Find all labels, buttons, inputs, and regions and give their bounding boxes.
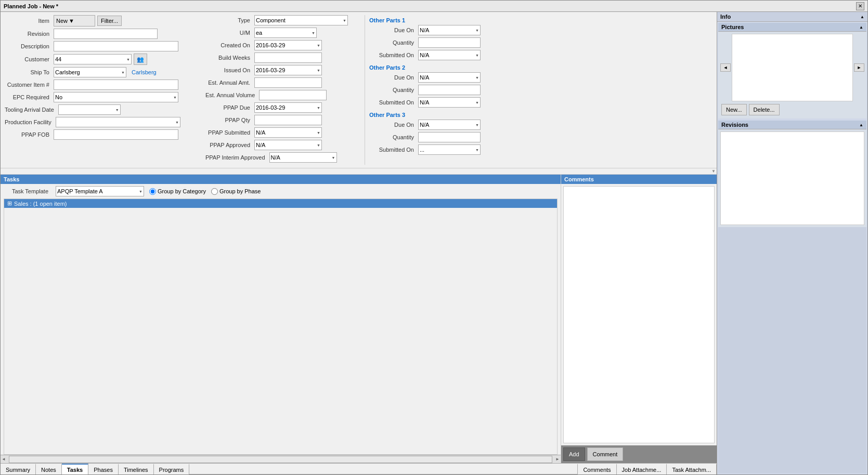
op2-submitted-select[interactable]: N/A — [418, 97, 481, 108]
production-select[interactable] — [56, 117, 180, 127]
ppap-qty-row: PPAP Qty — [205, 115, 361, 125]
group-by-phase-radio[interactable] — [211, 188, 218, 195]
sales-group-label: Sales : (1 open item) — [14, 201, 67, 207]
ship-to-select[interactable]: Carlsberg — [54, 67, 126, 77]
customer-item-label: Customer Item # — [5, 82, 51, 88]
op1-due-label: Due On — [369, 27, 416, 33]
comments-tab-comments[interactable]: Comments — [577, 464, 616, 474]
comments-tab-task[interactable]: Task Attachm... — [667, 464, 717, 474]
customer-row: Customer 44 👥 — [5, 54, 192, 65]
op1-due-row: Due On N/A — [369, 25, 510, 35]
h-scroll-bar[interactable] — [9, 456, 552, 463]
search-people-icon: 👥 — [137, 56, 144, 63]
production-label: Production Facility — [5, 119, 54, 125]
op2-due-select[interactable]: N/A — [418, 72, 481, 83]
est-annual-amt-input[interactable] — [254, 77, 322, 88]
type-row: Type ComponentAssembly — [205, 15, 361, 25]
op1-submitted-select[interactable]: N/A — [418, 50, 481, 60]
ppap-submitted-select[interactable]: N/AYesNo — [254, 127, 322, 138]
task-template-select[interactable]: APQP Template A — [56, 186, 144, 196]
build-weeks-input[interactable] — [254, 52, 322, 63]
group-by-phase-label[interactable]: Group by Phase — [211, 188, 261, 195]
description-input[interactable] — [54, 41, 178, 51]
est-annual-vol-input[interactable] — [259, 90, 327, 100]
op2-submitted-row: Submitted On N/A — [369, 97, 510, 108]
ppap-interim-select[interactable]: N/AYesNo — [269, 152, 337, 163]
group-by-category-radio[interactable] — [149, 188, 156, 195]
group-by-category-label[interactable]: Group by Category — [149, 188, 206, 195]
comments-body — [563, 186, 715, 443]
comment-button[interactable]: Comment — [587, 447, 624, 461]
epc-row: EPC Required NoYes — [5, 92, 192, 102]
customer-item-input[interactable] — [54, 80, 178, 90]
op2-qty-row: Quantity — [369, 85, 510, 95]
op3-due-select[interactable]: N/A — [418, 120, 481, 130]
tooling-select[interactable] — [58, 104, 121, 115]
um-select[interactable]: ea — [254, 28, 317, 38]
tab-summary[interactable]: Summary — [1, 464, 36, 474]
tasks-hscroll[interactable]: ◄ ► — [1, 455, 561, 463]
pictures-body: ◄ ► New... Delete... — [718, 32, 866, 118]
info-collapse-button[interactable]: ▲ — [860, 15, 864, 19]
est-annual-amt-row: Est. Annual Amt. — [205, 77, 361, 88]
tab-spacer — [189, 464, 577, 474]
pictures-new-button[interactable]: New... — [721, 104, 747, 115]
ppap-fob-input[interactable] — [54, 129, 178, 140]
filter-button[interactable]: Filter... — [97, 16, 122, 26]
pictures-title: Pictures — [721, 24, 744, 30]
created-on-select[interactable]: 2016-03-29 — [254, 40, 322, 50]
op1-due-select[interactable]: N/A — [418, 25, 481, 35]
pictures-prev-button[interactable]: ◄ — [720, 63, 731, 72]
tab-notes[interactable]: Notes — [36, 464, 62, 474]
op2-qty-label: Quantity — [369, 87, 416, 93]
op3-submitted-label: Submitted On — [369, 147, 416, 153]
item-dropdown[interactable]: New ▼ — [54, 15, 95, 27]
created-on-row: Created On 2016-03-29 — [205, 40, 361, 50]
op3-due-row: Due On N/A — [369, 120, 510, 130]
revisions-body — [718, 129, 866, 227]
sales-group-row[interactable]: ⊞ Sales : (1 open item) — [4, 199, 557, 208]
ppap-qty-input[interactable] — [254, 115, 322, 125]
pictures-header[interactable]: Pictures ▲ — [718, 23, 866, 32]
op1-qty-input[interactable] — [418, 37, 481, 48]
revision-input[interactable] — [54, 29, 158, 39]
ship-to-link[interactable]: Carlsberg — [132, 69, 157, 75]
ship-to-label: Ship To — [5, 69, 51, 75]
pictures-delete-button[interactable]: Delete... — [749, 104, 780, 115]
ppap-due-select[interactable]: 2016-03-29 — [254, 102, 322, 113]
pictures-nav: ◄ ► — [720, 34, 864, 101]
revisions-header[interactable]: Revisions ▲ — [718, 121, 866, 129]
op2-qty-input[interactable] — [418, 85, 481, 95]
tab-programs[interactable]: Programs — [154, 464, 190, 474]
issued-on-select[interactable]: 2016-03-29 — [254, 65, 322, 75]
est-annual-vol-row: Est. Annual Volume — [205, 90, 361, 100]
tab-phases[interactable]: Phases — [88, 464, 119, 474]
pictures-next-button[interactable]: ► — [854, 63, 864, 72]
op3-qty-input[interactable] — [418, 132, 481, 142]
ship-to-row: Ship To Carlsberg Carlsberg — [5, 67, 192, 77]
op3-submitted-select[interactable]: ... — [418, 144, 481, 155]
item-row: Item New ▼ Filter... — [5, 15, 192, 27]
form-area: Item New ▼ Filter... Revision — [1, 12, 717, 168]
close-button[interactable]: ✕ — [856, 2, 864, 10]
type-select[interactable]: ComponentAssembly — [254, 15, 348, 25]
comments-tab-job[interactable]: Job Attachme... — [617, 464, 667, 474]
ppap-due-row: PPAP Due 2016-03-29 — [205, 102, 361, 113]
revision-row: Revision — [5, 29, 192, 39]
scroll-right-arrow[interactable]: ► — [554, 457, 561, 461]
pictures-display — [732, 34, 853, 101]
add-button[interactable]: Add — [563, 447, 585, 461]
epc-select[interactable]: NoYes — [54, 92, 178, 102]
tab-tasks[interactable]: Tasks — [62, 464, 88, 474]
op2-due-label: Due On — [369, 74, 416, 81]
tab-timelines[interactable]: Timelines — [119, 464, 154, 474]
customer-search-button[interactable]: 👥 — [134, 54, 147, 65]
ppap-interim-label: PPAP Interim Approved — [205, 154, 267, 161]
ppap-approved-select[interactable]: N/AYesNo — [254, 140, 322, 150]
ppap-qty-label: PPAP Qty — [205, 117, 252, 123]
customer-select[interactable]: 44 — [54, 54, 132, 64]
pictures-collapse-icon: ▲ — [859, 25, 863, 30]
window-title: Planned Job - New * — [4, 3, 58, 9]
info-title: Info — [720, 14, 731, 20]
scroll-left-arrow[interactable]: ◄ — [1, 457, 7, 461]
